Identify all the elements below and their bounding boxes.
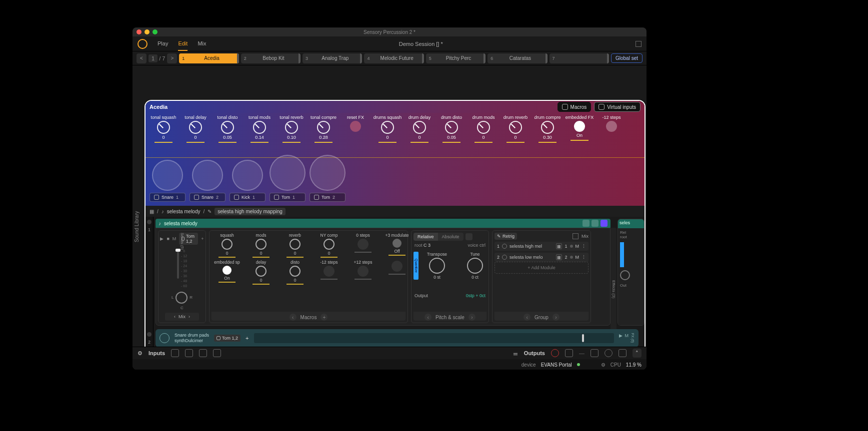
add-module-button[interactable]: + Add Module	[494, 262, 588, 274]
save-icon[interactable]	[565, 349, 573, 357]
pitch-output-value[interactable]: 0stp + 0ct	[466, 293, 486, 298]
preset-1[interactable]: 1Acedia	[179, 53, 238, 63]
lane-macro[interactable]: reverb0	[280, 233, 310, 258]
outputs-label[interactable]: Outputs	[524, 350, 545, 356]
power-icon[interactable]	[582, 220, 590, 227]
fx-label[interactable]: FX (6)	[631, 333, 634, 343]
macro-knob-14[interactable]: -12 steps	[596, 115, 628, 136]
preset-prev-button[interactable]: <	[136, 53, 146, 63]
macro-knob-6[interactable]: reset FX	[340, 115, 372, 133]
layout-icon[interactable]	[592, 220, 598, 227]
macro-knob-7[interactable]: drums squash0	[372, 115, 404, 143]
lane-macro[interactable]: NY comp0	[314, 233, 344, 258]
drum2-icon[interactable]	[199, 349, 207, 357]
nav-left-icon[interactable]: ‹	[290, 314, 296, 321]
macro-knob-3[interactable]: tonal mods0.14	[244, 115, 276, 143]
lane-dot[interactable]	[147, 220, 152, 224]
sliders-icon[interactable]: ⚌	[513, 350, 518, 357]
macro-knob-12[interactable]: drum compre0.30	[532, 115, 564, 143]
lane-macro[interactable]	[382, 260, 412, 285]
tab-play[interactable]: Play	[158, 37, 168, 51]
drum-input-3[interactable]: Tom1	[270, 155, 306, 202]
settings-icon[interactable]: ⚙	[138, 350, 142, 357]
group-item[interactable]: 2selesta low melo▦2M⋮	[494, 253, 588, 262]
device-name[interactable]: EVANS Portal	[541, 362, 572, 368]
macro-knob-4[interactable]: tonal reverb0.10	[276, 115, 308, 143]
drum-input-1[interactable]: Snare2	[190, 160, 226, 202]
preset-7[interactable]: 7	[550, 53, 609, 63]
preset-next-button[interactable]: >	[167, 53, 177, 63]
crumb-seg-1[interactable]: selesta melody	[167, 209, 200, 214]
lane-macro[interactable]: 0 steps	[348, 233, 378, 258]
drum-icon[interactable]	[171, 349, 179, 357]
page-current[interactable]: 1	[148, 54, 158, 62]
pad-lane[interactable]: Snare drum padssynthDulcimer Tom 1,2 + ▶…	[156, 329, 638, 347]
drum-input-2[interactable]: Kick1	[230, 160, 266, 202]
preset-3[interactable]: 3Analog Trap	[302, 53, 362, 63]
preset-6[interactable]: 6Cataratas	[488, 53, 547, 63]
add-macro-button[interactable]: +	[320, 314, 328, 321]
record-icon[interactable]	[213, 349, 221, 357]
transpose-knob[interactable]: Transpose0 st	[422, 252, 452, 280]
preset-2[interactable]: 2Bebop Kit	[241, 53, 300, 63]
folder-icon[interactable]	[590, 349, 598, 357]
headphones-icon[interactable]	[604, 349, 612, 357]
mixer-icon[interactable]	[618, 349, 626, 357]
macro-knob-8[interactable]: drum delay0	[404, 115, 436, 143]
next-lane-peek[interactable]: seles Rel root Out	[618, 219, 644, 326]
mute-button[interactable]: M	[625, 333, 629, 343]
stop-icon[interactable]	[636, 41, 642, 47]
grid-icon[interactable]: ▦	[150, 209, 154, 214]
pan-knob[interactable]	[176, 292, 188, 304]
group-item[interactable]: 1selesta high mel▦1M⋮	[494, 242, 588, 251]
retrig-toggle[interactable]: ✎Retrig	[494, 233, 517, 240]
play-icon[interactable]: ▶	[619, 333, 622, 343]
crumb-seg-2[interactable]: selesta high melody mapping	[214, 208, 286, 215]
velocity-slider[interactable]	[254, 333, 614, 343]
play-icon[interactable]: ▶	[160, 236, 164, 241]
pitch-mode-toggle[interactable]: RelativeAbsolute	[414, 233, 464, 241]
lane-macro[interactable]: delay0	[246, 260, 276, 285]
virtual-inputs-button[interactable]: Virtual inputs	[594, 102, 640, 112]
gear-icon[interactable]: ⚙	[601, 362, 606, 368]
session-name[interactable]: Demo Session [] *	[206, 41, 636, 47]
macro-knob-11[interactable]: drum reverb0	[500, 115, 532, 143]
sound-library-tab[interactable]: Sound Library	[134, 211, 140, 242]
sends-label[interactable]: Sends (5)	[180, 233, 184, 250]
expand-icon[interactable]	[572, 233, 578, 239]
app-logo-icon[interactable]	[138, 39, 148, 49]
macro-knob-13[interactable]: embedded FXOn	[564, 115, 596, 141]
lane-macro[interactable]: disto0	[280, 260, 310, 285]
macro-knob-10[interactable]: drum mods0	[468, 115, 500, 143]
macro-knob-0[interactable]: tonal squash0	[148, 115, 180, 143]
stop-icon[interactable]: ■	[166, 236, 169, 241]
record-out-icon[interactable]	[551, 349, 559, 357]
nav-left-icon[interactable]: ‹	[524, 314, 530, 321]
nav-right-icon[interactable]: ›	[188, 314, 190, 319]
lane-dot-2[interactable]	[147, 332, 152, 337]
drum-input-4[interactable]: Tom2	[310, 155, 346, 202]
quantize-toggle[interactable]: Quantize	[414, 252, 418, 280]
lane-header[interactable]: ♪ selesta melody	[156, 219, 610, 228]
lane-macro[interactable]: mods0	[246, 233, 276, 258]
nav-right-icon[interactable]: ›	[468, 314, 476, 321]
macro-knob-1[interactable]: tonal delay0	[180, 115, 212, 143]
macro-knob-9[interactable]: drum disto0.05	[436, 115, 468, 143]
nav-right-icon[interactable]: ›	[552, 314, 560, 321]
lane-macro[interactable]: +12 steps	[348, 260, 378, 285]
macro-knob-5[interactable]: tonal compre0.28	[308, 115, 340, 143]
global-set-button[interactable]: Global set	[611, 53, 642, 63]
mute-button[interactable]: M	[172, 236, 176, 241]
add-input-button[interactable]: +	[201, 236, 204, 241]
tuning-icon[interactable]	[185, 349, 193, 357]
lane-macro[interactable]: +3 modulateOff	[382, 233, 412, 258]
voice-ctrl[interactable]: voice ctrl	[468, 243, 486, 248]
pad-add-button[interactable]: +	[246, 335, 248, 341]
nav-left-icon[interactable]: ‹	[174, 314, 176, 319]
tab-edit[interactable]: Edit	[178, 37, 188, 51]
lane-macro[interactable]: squash0	[212, 233, 242, 258]
lane-macro[interactable]: embedded spOn	[212, 260, 242, 285]
inputs-label[interactable]: Inputs	[148, 350, 165, 356]
tune-knob[interactable]: Tune0 ct	[460, 252, 490, 280]
macros-button[interactable]: Macros	[558, 102, 592, 112]
